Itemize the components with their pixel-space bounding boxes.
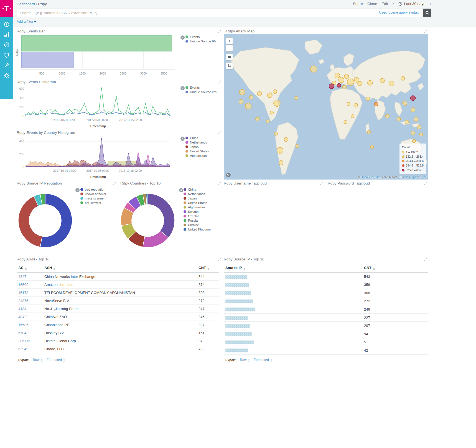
attack-point[interactable] <box>411 96 416 101</box>
edit-button[interactable]: Edit <box>381 2 388 6</box>
zoom-out-button[interactable]: − <box>226 45 233 52</box>
time-picker[interactable]: Last 30 days <box>398 2 425 6</box>
attack-map[interactable]: + − Count 1 – 132.2132.2 – 263.4263.4 – … <box>224 34 428 180</box>
ban-circle-icon[interactable] <box>4 42 9 48</box>
attack-point[interactable] <box>358 81 362 86</box>
attack-point[interactable] <box>401 76 405 80</box>
attack-point[interactable] <box>295 96 298 100</box>
add-filter-button[interactable]: Add a filter + <box>17 19 36 24</box>
expand-icon[interactable] <box>424 182 427 185</box>
as-link[interactable]: 4134 <box>18 307 26 311</box>
as-link[interactable]: 4847 <box>18 275 26 279</box>
legend-item[interactable]: China <box>184 188 211 191</box>
attack-point[interactable] <box>277 147 283 153</box>
expand-icon[interactable] <box>218 30 221 33</box>
as-link[interactable]: 48422 <box>18 315 28 319</box>
osm-link[interactable]: OpenStreetMap <box>361 175 381 179</box>
attack-point[interactable] <box>337 83 341 87</box>
attack-point[interactable] <box>412 139 416 143</box>
attack-point[interactable] <box>417 125 421 129</box>
sort-icon[interactable] <box>25 268 27 270</box>
line-series[interactable] <box>26 88 170 115</box>
attack-point[interactable] <box>342 85 346 89</box>
as-link[interactable]: 206776 <box>18 339 30 343</box>
column-header[interactable]: Source IP <box>224 264 362 273</box>
attack-point[interactable] <box>335 73 340 78</box>
legend-item[interactable]: Japan <box>184 197 211 200</box>
legend-item[interactable]: mass scanner <box>80 197 106 200</box>
draw-rect-button[interactable] <box>226 62 233 69</box>
attack-point[interactable] <box>344 121 347 124</box>
legend-item[interactable]: Events <box>185 35 217 39</box>
attack-point[interactable] <box>368 80 373 85</box>
attack-point[interactable] <box>385 114 389 118</box>
attack-point[interactable] <box>347 102 350 106</box>
as-link[interactable]: 63949 <box>18 347 28 351</box>
attack-point[interactable] <box>245 103 251 109</box>
legend-toggle-icon[interactable]: » <box>75 188 80 192</box>
export-raw-link[interactable]: Raw <box>33 358 43 362</box>
bar[interactable] <box>21 52 73 68</box>
legend-toggle-icon[interactable]: » <box>180 137 185 141</box>
attack-point[interactable] <box>380 78 385 83</box>
column-header[interactable]: ASN <box>43 264 197 273</box>
attack-point[interactable] <box>351 115 354 118</box>
share-button[interactable]: Share <box>353 2 363 6</box>
legend-item[interactable]: Czechia <box>184 214 211 218</box>
legend-item[interactable]: Afghanistan <box>184 206 211 209</box>
attack-point[interactable] <box>367 130 371 134</box>
elastic-maps-link[interactable]: Elastic Maps Service <box>400 175 427 179</box>
bar-chart-icon[interactable] <box>4 32 9 37</box>
legend-item[interactable]: Japan <box>185 145 209 149</box>
export-formatted-link[interactable]: Formatted <box>47 358 66 362</box>
attack-point[interactable] <box>338 77 344 83</box>
expand-icon[interactable] <box>113 182 116 185</box>
legend-item[interactable]: China <box>185 136 209 140</box>
attack-point[interactable] <box>366 97 370 101</box>
sort-icon[interactable] <box>208 268 209 270</box>
legend-toggle-icon[interactable]: » <box>179 188 183 192</box>
attack-point[interactable] <box>279 161 283 165</box>
attack-point[interactable] <box>354 103 358 107</box>
expand-icon[interactable] <box>424 258 427 261</box>
legend-item[interactable]: United States <box>184 201 211 204</box>
fit-data-button[interactable] <box>226 53 233 60</box>
attack-point[interactable] <box>266 120 269 123</box>
attack-point[interactable] <box>403 101 407 105</box>
attack-point[interactable] <box>273 89 277 93</box>
legend-item[interactable]: Events <box>185 86 217 89</box>
legend-item[interactable]: bad reputation <box>80 188 106 191</box>
search-input[interactable] <box>17 9 429 17</box>
legend-item[interactable]: Afghanistan <box>185 154 209 157</box>
zoom-in-button[interactable]: + <box>226 37 233 44</box>
attack-point[interactable] <box>250 95 253 99</box>
attack-point[interactable] <box>411 131 415 135</box>
export-formatted-link[interactable]: Formatted <box>254 358 273 362</box>
export-raw-link[interactable]: Raw <box>240 358 250 362</box>
attack-point[interactable] <box>397 117 401 121</box>
breadcrumb-dashboard-link[interactable]: Dashboard <box>17 2 35 6</box>
wrench-icon[interactable] <box>4 63 9 68</box>
expand-icon[interactable] <box>218 258 221 261</box>
legend-item[interactable]: bot, crawler <box>80 201 106 204</box>
sort-icon[interactable] <box>244 268 245 270</box>
legend-item[interactable]: United States <box>185 150 209 153</box>
legend-item[interactable]: Sweden <box>184 210 211 213</box>
legend-item[interactable]: Unique Source IPs <box>185 40 217 43</box>
attack-point[interactable] <box>414 117 418 121</box>
attack-point[interactable] <box>239 99 243 104</box>
legend-toggle-icon[interactable]: » <box>180 35 185 40</box>
shield-icon[interactable] <box>4 52 9 58</box>
legend-item[interactable]: Russia <box>184 219 211 222</box>
clone-button[interactable]: Clone <box>367 2 377 6</box>
recenter-button[interactable] <box>226 173 231 177</box>
legend-item[interactable]: Netherlands <box>185 141 209 144</box>
sort-icon[interactable] <box>373 268 375 270</box>
donut-segment[interactable] <box>148 194 175 238</box>
as-link[interactable]: 24875 <box>18 299 28 303</box>
attack-point[interactable] <box>329 84 334 89</box>
attack-point[interactable] <box>274 100 280 106</box>
attack-point[interactable] <box>256 117 259 121</box>
expand-icon[interactable] <box>218 182 221 185</box>
attack-point[interactable] <box>347 79 354 85</box>
